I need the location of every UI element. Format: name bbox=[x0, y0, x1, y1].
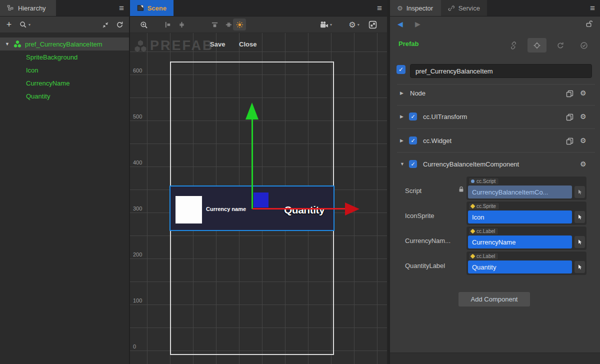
tree-row-quantity[interactable]: Quantity bbox=[0, 90, 129, 102]
search-icon bbox=[20, 21, 27, 28]
quantitylabel-reference-field[interactable]: Quantity bbox=[468, 260, 572, 274]
camera-menu-button[interactable]: ▾ bbox=[316, 16, 336, 33]
ruler-label-600: 600 bbox=[133, 68, 146, 74]
align-top-icon bbox=[211, 21, 218, 28]
widget-enabled-checkbox[interactable]: ✓ bbox=[409, 136, 417, 144]
tree-row-sprite-background[interactable]: SpriteBackground bbox=[0, 50, 129, 64]
component-name: cc.UITransform bbox=[423, 113, 467, 120]
gizmo-y-axis[interactable] bbox=[252, 120, 253, 209]
create-node-button[interactable]: + bbox=[3, 16, 15, 33]
zoom-tool-button[interactable] bbox=[137, 16, 151, 33]
nav-back-button[interactable]: ◀ bbox=[398, 20, 403, 28]
type-tag-label-comp: cc.Label bbox=[468, 252, 498, 260]
script-reference-field[interactable]: CurrencyBalanceItemCo... bbox=[468, 186, 572, 198]
component-header-currencybalanceitem[interactable]: ▼ ✓ CurrencyBalanceItemComponent ⚙ bbox=[390, 158, 600, 172]
gizmo-xy-plane-handle[interactable] bbox=[254, 192, 268, 208]
currencyname-picker-button[interactable] bbox=[574, 236, 585, 248]
tree-item-label: CurrencyName bbox=[26, 80, 70, 87]
unlink-icon bbox=[510, 42, 518, 50]
ruler-label-400: 400 bbox=[133, 160, 146, 166]
label-type-diamond-icon bbox=[470, 254, 476, 259]
scene-menu-icon[interactable]: ≡ bbox=[377, 0, 382, 16]
component-header-uitransform[interactable]: ▶ ✓ cc.UITransform ⚙ bbox=[390, 110, 600, 124]
align-center-h-button[interactable] bbox=[175, 16, 188, 33]
quantitylabel-picker-button[interactable] bbox=[574, 261, 585, 273]
widget-docs-icon[interactable] bbox=[566, 138, 574, 145]
prop-label-quantitylabel: QuantityLabel bbox=[405, 262, 457, 270]
gizmo-y-arrowhead[interactable] bbox=[246, 102, 258, 120]
tree-row-icon[interactable]: Icon bbox=[0, 64, 129, 76]
add-component-button[interactable]: Add Component bbox=[458, 292, 530, 306]
component-header-widget[interactable]: ▶ ✓ cc.Widget ⚙ bbox=[390, 134, 600, 148]
uitransform-docs-icon[interactable] bbox=[566, 114, 574, 121]
script-picker-button[interactable] bbox=[574, 186, 585, 198]
layout-grid-icon bbox=[368, 20, 377, 29]
prefab-locate-button[interactable] bbox=[528, 38, 546, 52]
check-circle-icon bbox=[580, 42, 588, 50]
prefab-watermark-text: PREFAB bbox=[150, 38, 214, 54]
hierarchy-menu-icon[interactable]: ≡ bbox=[119, 0, 124, 16]
expand-icon[interactable]: ▶ bbox=[400, 90, 404, 96]
scene-settings-button[interactable]: ⚙ ▾ bbox=[344, 16, 364, 33]
align-left-button[interactable] bbox=[161, 16, 174, 33]
node-active-checkbox[interactable]: ✓ bbox=[396, 65, 406, 74]
search-filter-caret: ▾ bbox=[28, 22, 30, 27]
gizmo-x-arrowhead[interactable] bbox=[345, 202, 360, 216]
lighting-toggle-button[interactable] bbox=[233, 18, 246, 30]
save-button[interactable]: Save bbox=[210, 40, 225, 48]
type-tag-script: cc.Script bbox=[468, 178, 499, 185]
uitransform-enabled-checkbox[interactable]: ✓ bbox=[409, 112, 417, 120]
tab-scene[interactable]: Scene bbox=[130, 0, 174, 16]
refresh-button[interactable] bbox=[113, 16, 126, 33]
gizmo-x-axis[interactable] bbox=[252, 208, 346, 210]
camera-caret: ▾ bbox=[330, 22, 332, 27]
currencyname-reference-field[interactable]: CurrencyName bbox=[468, 236, 572, 248]
tree-root-expand-icon[interactable]: ▼ bbox=[5, 42, 10, 46]
tree-item-label: SpriteBackground bbox=[26, 54, 78, 61]
widget-settings-gear-icon[interactable]: ⚙ bbox=[580, 137, 586, 144]
component-enabled-checkbox[interactable]: ✓ bbox=[409, 160, 417, 168]
prop-label-currencyname: CurrencyNam... bbox=[405, 237, 457, 244]
type-tag-label: cc.Script bbox=[476, 178, 496, 184]
unlock-icon[interactable] bbox=[586, 20, 593, 28]
component-name: cc.Widget bbox=[423, 137, 452, 144]
prefab-unlink-button[interactable] bbox=[504, 38, 523, 52]
inspector-tabbar: ⚙ Inspector Service ≡ bbox=[390, 0, 600, 16]
prefab-apply-button[interactable] bbox=[574, 38, 594, 52]
ruler-label-300: 300 bbox=[133, 206, 146, 212]
iconsprite-reference-field[interactable]: Icon bbox=[468, 210, 572, 224]
type-tag-label: cc.Label bbox=[476, 254, 495, 259]
node-name-input[interactable] bbox=[410, 64, 592, 78]
tab-service[interactable]: Service bbox=[441, 0, 487, 16]
expand-icon[interactable]: ▼ bbox=[400, 162, 404, 166]
prefab-revert-button[interactable] bbox=[551, 38, 570, 52]
node-docs-icon[interactable] bbox=[566, 90, 574, 98]
prefab-cubes-icon bbox=[14, 40, 22, 48]
component-settings-gear-icon[interactable]: ⚙ bbox=[580, 160, 586, 168]
node-settings-gear-icon[interactable]: ⚙ bbox=[580, 90, 586, 96]
tree-row-currency-name[interactable]: CurrencyName bbox=[0, 76, 129, 90]
search-filter-button[interactable]: ▾ bbox=[18, 16, 32, 33]
close-button[interactable]: Close bbox=[239, 40, 256, 48]
separator bbox=[397, 105, 595, 106]
expand-icon[interactable]: ▶ bbox=[400, 114, 404, 119]
separator bbox=[397, 152, 595, 152]
revert-icon bbox=[556, 42, 564, 50]
type-tag-sprite: cc.Sprite bbox=[468, 202, 500, 210]
tab-hierarchy[interactable]: Hierarchy bbox=[0, 0, 56, 16]
layout-button[interactable] bbox=[365, 16, 380, 33]
nav-forward-button[interactable]: ▶ bbox=[415, 20, 420, 28]
uitransform-settings-gear-icon[interactable]: ⚙ bbox=[580, 113, 586, 120]
scene-viewport[interactable]: PREFAB Save Close 600 500 400 300 200 10… bbox=[130, 33, 387, 364]
zoom-in-icon bbox=[140, 21, 148, 29]
component-header-node[interactable]: ▶ Node ⚙ bbox=[390, 87, 600, 101]
tree-row-root[interactable]: ▼ pref_CurrencyBalanceItem bbox=[0, 38, 129, 50]
align-top-button[interactable] bbox=[208, 16, 221, 33]
expand-icon[interactable]: ▶ bbox=[400, 138, 404, 143]
collapse-all-button[interactable] bbox=[99, 16, 112, 33]
align-left-icon bbox=[164, 21, 172, 28]
tab-inspector[interactable]: ⚙ Inspector bbox=[390, 0, 441, 16]
iconsprite-picker-button[interactable] bbox=[574, 211, 585, 223]
component-name: CurrencyBalanceItemComponent bbox=[423, 160, 519, 168]
inspector-menu-icon[interactable]: ≡ bbox=[590, 0, 595, 16]
